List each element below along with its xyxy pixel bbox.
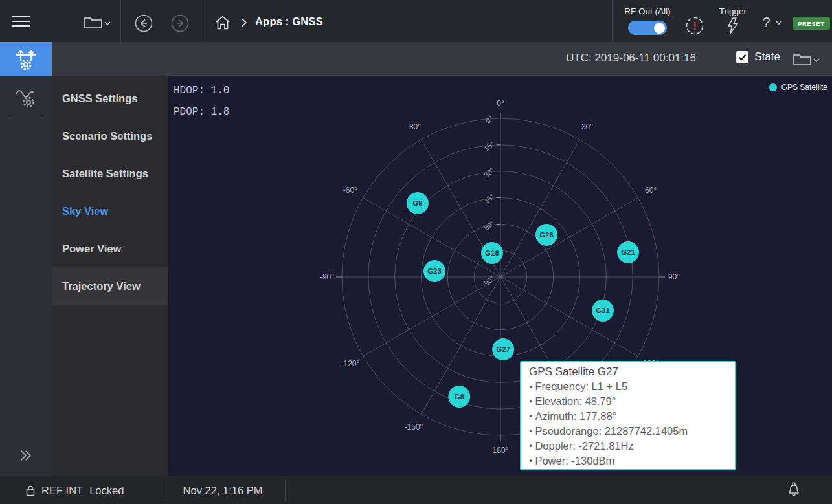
satellite-G26[interactable]: G26 xyxy=(535,224,557,246)
trigger-label: Trigger xyxy=(715,6,751,16)
svg-text:G21: G21 xyxy=(621,248,635,256)
satellite-G31[interactable]: G31 xyxy=(592,300,614,322)
svg-text:G23: G23 xyxy=(427,267,442,275)
sky-view-plot: HDOP: 1.0 PDOP: 1.8 GPS Satellite 0°30°6… xyxy=(168,76,832,476)
app-state-bar: UTC: 2019-06-11 00:01:16 State xyxy=(52,42,832,76)
svg-text:G9: G9 xyxy=(412,199,422,207)
help-menu[interactable]: ? xyxy=(759,13,786,32)
menu-item-gnss-settings[interactable]: GNSS Settings xyxy=(52,80,168,117)
tooltip-item: Power: -130dBm xyxy=(529,454,728,468)
forward-arrow-icon[interactable] xyxy=(171,14,189,32)
azimuth-label: -30° xyxy=(407,122,421,131)
menu-item-satellite-settings[interactable]: Satellite Settings xyxy=(52,155,168,192)
utc-timestamp: UTC: 2019-06-11 00:01:16 xyxy=(566,52,696,65)
svg-text:G26: G26 xyxy=(539,231,554,239)
satellite-G23[interactable]: G23 xyxy=(423,260,445,282)
view-menu: GNSS Settings Scenario Settings Satellit… xyxy=(52,76,168,476)
rf-out-control: RF Out (All) xyxy=(616,6,679,35)
ref-status: Locked xyxy=(89,485,124,497)
state-label: State xyxy=(754,50,780,63)
azimuth-label: 180° xyxy=(493,446,509,455)
satellite-G9[interactable]: G9 xyxy=(407,192,429,214)
reference-status[interactable]: REF INT Locked xyxy=(0,476,161,504)
menu-item-power-view[interactable]: Power View xyxy=(52,230,168,267)
elevation-label: 45° xyxy=(482,192,495,205)
home-icon[interactable] xyxy=(214,15,231,30)
azimuth-label: -150° xyxy=(405,422,423,432)
breadcrumb-chevron-icon xyxy=(241,18,247,30)
svg-text:G31: G31 xyxy=(596,307,610,314)
breadcrumb: Apps : GNSS xyxy=(255,16,323,28)
tooltip-item: Frequency: L1 + L5 xyxy=(529,379,728,394)
rf-out-label: RF Out (All) xyxy=(616,6,679,16)
elevation-label: 30° xyxy=(482,166,495,179)
state-checkbox[interactable] xyxy=(736,51,748,63)
satellite-G16[interactable]: G16 xyxy=(481,242,503,264)
tooltip-item: Pseudorange: 21287742.1405m xyxy=(529,424,728,439)
status-bar: REF INT Locked Nov 22, 1:16 PM xyxy=(0,476,832,504)
check-icon xyxy=(738,54,747,61)
help-icon: ? xyxy=(762,14,770,31)
svg-text:G8: G8 xyxy=(455,393,465,400)
svg-text:G16: G16 xyxy=(485,249,499,257)
waveform-app-icon xyxy=(14,85,38,110)
app-rail xyxy=(0,76,52,476)
apps-grid-icon[interactable] xyxy=(50,14,68,31)
menu-item-scenario-settings[interactable]: Scenario Settings xyxy=(52,117,168,155)
lock-icon xyxy=(26,485,35,496)
menu-item-trajectory-view[interactable]: Trajectory View xyxy=(52,267,168,305)
azimuth-label: 60° xyxy=(645,186,657,195)
ref-label: REF INT xyxy=(41,485,83,497)
toolbar-separator xyxy=(203,0,203,42)
tooltip-item: Azimuth: 177.88° xyxy=(529,409,728,424)
satellite-tooltip: GPS Satellite G27 Frequency: L1 + L5Elev… xyxy=(520,361,736,470)
azimuth-label: 30° xyxy=(581,122,593,131)
satellite-G8[interactable]: G8 xyxy=(448,386,470,408)
elevation-label: 0° xyxy=(484,115,495,125)
gnss-app-window: Apps : GNSS RF Out (All) ! Trigger ? PRE… xyxy=(0,0,832,504)
tooltip-item: Doppler: -2721.81Hz xyxy=(529,439,728,454)
error-status-icon[interactable]: ! xyxy=(685,16,704,36)
trigger-control[interactable]: Trigger xyxy=(715,6,751,37)
svg-text:!: ! xyxy=(693,20,697,32)
menu-item-sky-view[interactable]: Sky View xyxy=(52,192,168,230)
state-file-folder-icon[interactable] xyxy=(792,51,820,67)
rail-divider xyxy=(8,116,43,116)
toolbar-separator xyxy=(120,0,121,42)
state-toggle[interactable]: State xyxy=(736,50,780,63)
lightning-bolt-icon xyxy=(726,17,739,34)
azimuth-label: -120° xyxy=(341,359,359,368)
gnss-app-icon xyxy=(14,47,38,71)
app-tile-waveform[interactable] xyxy=(0,81,52,115)
tooltip-items: Frequency: L1 + L5Elevation: 48.79°Azimu… xyxy=(529,379,728,468)
toggle-knob xyxy=(654,23,665,34)
notifications-bell-icon[interactable] xyxy=(787,482,801,501)
azimuth-label: 0° xyxy=(497,99,504,108)
elevation-label: 90° xyxy=(482,274,495,287)
elevation-label: 15° xyxy=(482,140,495,153)
menu-hamburger-icon[interactable] xyxy=(12,16,31,27)
expand-rail-button[interactable] xyxy=(0,450,52,461)
toolbar-separator xyxy=(612,0,613,42)
top-toolbar: Apps : GNSS RF Out (All) ! Trigger ? PRE… xyxy=(0,0,832,42)
elevation-label: 60° xyxy=(482,219,495,232)
statusbar-separator xyxy=(285,479,286,501)
rf-out-toggle[interactable] xyxy=(628,21,667,35)
system-datetime[interactable]: Nov 22, 1:16 PM xyxy=(161,476,285,504)
back-arrow-icon[interactable] xyxy=(135,14,153,32)
active-app-tile-gnss[interactable] xyxy=(0,42,52,76)
satellite-G27[interactable]: G27 xyxy=(492,338,514,360)
double-chevron-right-icon xyxy=(19,450,33,461)
azimuth-label: -60° xyxy=(343,186,357,195)
tooltip-item: Elevation: 48.79° xyxy=(529,394,728,409)
azimuth-label: -90° xyxy=(320,272,334,281)
satellite-G21[interactable]: G21 xyxy=(617,241,639,263)
preset-menu[interactable]: PRESET xyxy=(793,17,832,30)
preset-button[interactable]: PRESET xyxy=(793,17,830,30)
chevron-down-icon xyxy=(775,20,783,25)
file-folder-icon[interactable] xyxy=(83,14,111,30)
azimuth-label: 90° xyxy=(668,272,680,281)
svg-text:G27: G27 xyxy=(496,345,510,353)
tooltip-title: GPS Satellite G27 xyxy=(529,366,728,378)
